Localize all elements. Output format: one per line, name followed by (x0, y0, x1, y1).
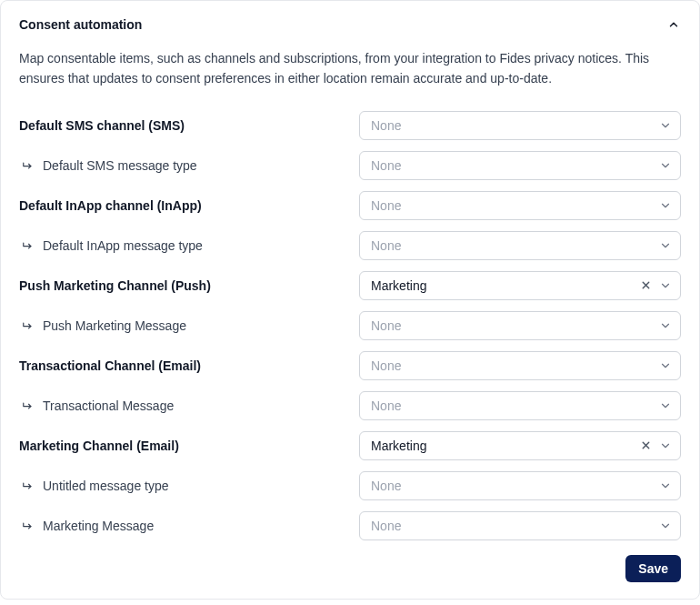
consent-rows: Default SMS channel (SMS)NoneDefault SMS… (19, 111, 681, 540)
notice-select[interactable]: None (359, 151, 681, 180)
select-value: None (371, 318, 401, 333)
chevron-down-icon (658, 439, 673, 453)
chevron-down-icon (658, 358, 673, 373)
row-select-col: None (359, 191, 681, 220)
chevron-down-icon (658, 118, 673, 133)
row-select-col: None (359, 311, 681, 340)
chevron-down-icon (658, 198, 673, 213)
row-label-text: Push Marketing Channel (Push) (19, 278, 211, 293)
row-select-col: None (359, 111, 681, 140)
notice-select[interactable]: Marketing (359, 431, 681, 460)
indent-arrow-icon (21, 398, 35, 413)
consent-row: Marketing MessageNone (19, 511, 681, 540)
row-label-text: Default InApp message type (43, 238, 203, 253)
consent-row: Marketing Channel (Email)Marketing (19, 431, 681, 460)
notice-select[interactable]: None (359, 191, 681, 220)
indent-arrow-icon (21, 158, 35, 173)
row-label-text: Default InApp channel (InApp) (19, 198, 202, 213)
row-label-text: Marketing Channel (Email) (19, 439, 179, 453)
card-title: Consent automation (19, 17, 142, 32)
row-select-col: None (359, 351, 681, 380)
row-select-col: None (359, 511, 681, 540)
row-label-text: Transactional Message (43, 398, 174, 413)
row-select-col: None (359, 151, 681, 180)
consent-row: Transactional MessageNone (19, 391, 681, 420)
consent-row: Push Marketing MessageNone (19, 311, 681, 340)
consent-row: Default InApp channel (InApp)None (19, 191, 681, 220)
chevron-down-icon (658, 278, 673, 293)
notice-select[interactable]: None (359, 311, 681, 340)
select-value: None (371, 238, 401, 253)
notice-select[interactable]: None (359, 111, 681, 140)
row-label: Default InApp channel (InApp) (19, 198, 359, 213)
row-label: Marketing Channel (Email) (19, 439, 359, 453)
consent-row: Push Marketing Channel (Push)Marketing (19, 271, 681, 300)
select-value: None (371, 519, 401, 533)
notice-select[interactable]: None (359, 511, 681, 540)
chevron-down-icon (658, 158, 673, 173)
row-label: Marketing Message (19, 519, 359, 533)
row-label: Default SMS message type (19, 158, 359, 173)
consent-row: Default SMS message typeNone (19, 151, 681, 180)
row-label-text: Marketing Message (43, 519, 154, 533)
notice-select[interactable]: Marketing (359, 271, 681, 300)
card-description: Map consentable items, such as channels … (19, 48, 681, 89)
notice-select[interactable]: None (359, 471, 681, 500)
row-label: Transactional Channel (Email) (19, 358, 359, 373)
select-value: Marketing (371, 439, 426, 453)
chevron-down-icon (658, 519, 673, 533)
row-select-col: None (359, 471, 681, 500)
indent-arrow-icon (21, 479, 35, 493)
row-label: Transactional Message (19, 398, 359, 413)
chevron-down-icon (658, 318, 673, 333)
chevron-down-icon (658, 398, 673, 413)
card-footer: Save (19, 555, 681, 582)
select-value: None (371, 398, 401, 413)
save-button[interactable]: Save (625, 555, 681, 582)
row-label: Push Marketing Message (19, 318, 359, 333)
row-select-col: Marketing (359, 431, 681, 460)
card-header: Consent automation (19, 17, 681, 32)
indent-arrow-icon (21, 519, 35, 533)
consent-row: Default SMS channel (SMS)None (19, 111, 681, 140)
row-select-col: Marketing (359, 271, 681, 300)
row-label-text: Push Marketing Message (43, 318, 186, 333)
consent-row: Default InApp message typeNone (19, 231, 681, 260)
chevron-down-icon (658, 479, 673, 493)
clear-icon[interactable] (638, 278, 653, 293)
row-label: Default SMS channel (SMS) (19, 118, 359, 133)
notice-select[interactable]: None (359, 231, 681, 260)
select-value: Marketing (371, 278, 426, 293)
consent-row: Transactional Channel (Email)None (19, 351, 681, 380)
row-label-text: Default SMS channel (SMS) (19, 118, 185, 133)
indent-arrow-icon (21, 238, 35, 253)
row-label-text: Default SMS message type (43, 158, 197, 173)
row-label: Untitled message type (19, 479, 359, 493)
row-label-text: Untitled message type (43, 479, 169, 493)
notice-select[interactable]: None (359, 351, 681, 380)
select-value: None (371, 358, 401, 373)
consent-row: Untitled message typeNone (19, 471, 681, 500)
select-value: None (371, 158, 401, 173)
select-value: None (371, 198, 401, 213)
row-select-col: None (359, 231, 681, 260)
row-label-text: Transactional Channel (Email) (19, 358, 201, 373)
row-select-col: None (359, 391, 681, 420)
select-value: None (371, 479, 401, 493)
notice-select[interactable]: None (359, 391, 681, 420)
select-value: None (371, 118, 401, 133)
chevron-down-icon (658, 238, 673, 253)
consent-automation-card: Consent automation Map consentable items… (0, 0, 700, 600)
clear-icon[interactable] (638, 439, 653, 453)
chevron-up-icon[interactable] (666, 17, 681, 32)
row-label: Default InApp message type (19, 238, 359, 253)
indent-arrow-icon (21, 318, 35, 333)
row-label: Push Marketing Channel (Push) (19, 278, 359, 293)
